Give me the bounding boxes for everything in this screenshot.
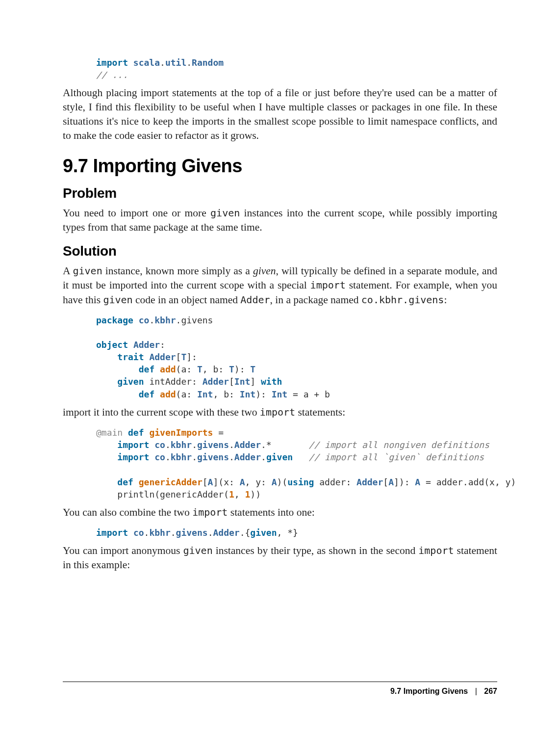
code-block-4: import co.kbhr.givens.Adder.{given, *} <box>96 526 497 539</box>
text: , in a package named <box>270 294 361 306</box>
dot: . <box>186 57 192 68</box>
inline-code-import: import <box>310 279 346 291</box>
inline-code-given: given <box>210 207 240 219</box>
footer-title: 9.7 Importing Givens <box>390 687 468 695</box>
inline-code-given: given <box>73 265 102 277</box>
page-number: 267 <box>484 687 497 695</box>
paragraph-intro: Although placing import statements at th… <box>63 86 497 143</box>
paragraph-problem: You need to import one or more given ins… <box>63 206 497 235</box>
text: : <box>444 294 447 306</box>
paragraph-import-note: import it into the current scope with th… <box>63 405 497 420</box>
problem-heading: Problem <box>63 185 497 201</box>
dot: . <box>160 57 165 68</box>
page-footer: 9.7 Importing Givens | 267 <box>63 682 497 696</box>
text: code in an object named <box>133 294 241 306</box>
inline-code-import: import <box>192 506 228 518</box>
footer-separator: | <box>475 687 477 695</box>
cls-random: Random <box>192 57 224 68</box>
code-block-3: @main def givenImports = import co.kbhr.… <box>96 426 497 500</box>
inline-code-import: import <box>418 545 454 556</box>
text: import it into the current scope with th… <box>63 406 260 418</box>
section-heading: 9.7 Importing Givens <box>63 156 497 177</box>
paragraph-combine: You can also combine the two import stat… <box>63 505 497 520</box>
em-given: given <box>253 265 276 277</box>
inline-code-import: import <box>260 406 295 418</box>
code-block-2: package co.kbhr.givens object Adder: tra… <box>96 314 497 400</box>
paragraph-anonymous: You can import anonymous given instances… <box>63 544 497 572</box>
text: instance, known more simply as a <box>102 265 253 277</box>
solution-heading: Solution <box>63 243 497 259</box>
inline-code-pkg: co.kbhr.givens <box>361 294 444 306</box>
text: You need to import one or more <box>63 207 210 219</box>
code-block-1: import scala.util.Random // ... <box>96 56 497 81</box>
text: You can also combine the two <box>63 506 192 518</box>
inline-code-given: given <box>183 545 212 556</box>
inline-code-adder: Adder <box>240 294 270 306</box>
pkg-util: util <box>165 57 186 68</box>
text: You can import anonymous <box>63 545 183 556</box>
pkg-scala: scala <box>133 57 160 68</box>
text: instances by their type, as shown in the… <box>213 545 419 556</box>
text: statements: <box>295 406 345 418</box>
text: statements into one: <box>228 506 314 518</box>
comment: // ... <box>96 70 128 80</box>
kw-import: import <box>96 57 133 68</box>
inline-code-given: given <box>103 294 132 306</box>
paragraph-solution: A given instance, known more simply as a… <box>63 264 497 307</box>
text: A <box>63 265 73 277</box>
